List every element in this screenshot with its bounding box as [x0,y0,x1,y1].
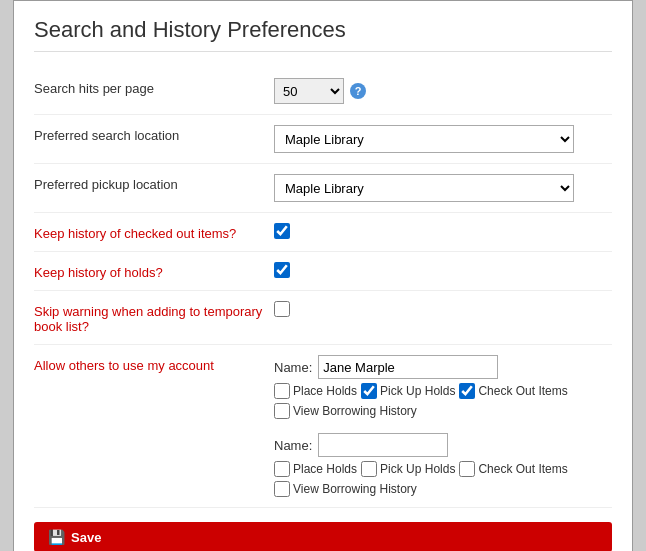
user2-name-input[interactable] [318,433,448,457]
skip-warning-label: Skip warning when adding to temporary bo… [34,301,274,334]
user2-name-row: Name: [274,433,612,457]
keep-history-checkout-row: Keep history of checked out items? [34,213,612,252]
allow-others-section: Name: Place Holds Pick Up Holds Check Ou… [274,355,612,497]
hits-per-page-select[interactable]: 10 20 50 100 [274,78,344,104]
user2-place-holds-checkbox[interactable] [274,461,290,477]
save-icon: 💾 [48,529,65,545]
user1-view-borrowing-checkbox[interactable] [274,403,290,419]
user2-name-label: Name: [274,438,312,453]
keep-history-holds-row: Keep history of holds? [34,252,612,291]
user1-place-holds-checkbox[interactable] [274,383,290,399]
search-location-select[interactable]: Maple Library All Libraries [274,125,574,153]
skip-warning-controls [274,301,612,317]
user1-name-row: Name: [274,355,612,379]
user2-check-out-items-checkbox[interactable] [459,461,475,477]
save-button[interactable]: 💾 Save [34,522,612,551]
allow-others-controls: Name: Place Holds Pick Up Holds Check Ou… [274,355,612,497]
pickup-location-label: Preferred pickup location [34,174,274,192]
keep-history-checkout-checkbox[interactable] [274,223,290,239]
user1-place-holds-label[interactable]: Place Holds [274,383,357,399]
pickup-location-select[interactable]: Maple Library All Libraries [274,174,574,202]
user2-view-borrowing-label[interactable]: View Borrowing History [274,481,417,497]
search-location-label: Preferred search location [34,125,274,143]
skip-warning-row: Skip warning when adding to temporary bo… [34,291,612,345]
user1-pick-up-holds-label[interactable]: Pick Up Holds [361,383,455,399]
user2-check-out-items-label[interactable]: Check Out Items [459,461,567,477]
user1-check-out-items-label[interactable]: Check Out Items [459,383,567,399]
keep-history-checkout-controls [274,223,612,239]
page-container: Search and History Preferences Search hi… [13,0,633,551]
skip-warning-checkbox[interactable] [274,301,290,317]
keep-history-holds-label: Keep history of holds? [34,262,274,280]
user2-pick-up-holds-label[interactable]: Pick Up Holds [361,461,455,477]
user2-place-holds-label[interactable]: Place Holds [274,461,357,477]
user1-check-out-items-checkbox[interactable] [459,383,475,399]
allow-others-row: Allow others to use my account Name: Pla… [34,345,612,508]
keep-history-holds-controls [274,262,612,278]
hits-per-page-label: Search hits per page [34,78,274,96]
search-location-row: Preferred search location Maple Library … [34,115,612,164]
help-icon[interactable]: ? [350,83,366,99]
hits-per-page-row: Search hits per page 10 20 50 100 ? [34,68,612,115]
search-location-controls: Maple Library All Libraries [274,125,612,153]
allow-others-label: Allow others to use my account [34,355,274,373]
user1-permissions: Place Holds Pick Up Holds Check Out Item… [274,383,612,399]
save-section: 💾 Save Ensure your account has a valid e… [34,522,612,551]
page-title: Search and History Preferences [34,17,612,52]
pickup-location-controls: Maple Library All Libraries [274,174,612,202]
user1-name-input[interactable] [318,355,498,379]
keep-history-holds-checkbox[interactable] [274,262,290,278]
user1-pick-up-holds-checkbox[interactable] [361,383,377,399]
pickup-location-row: Preferred pickup location Maple Library … [34,164,612,213]
user1-name-label: Name: [274,360,312,375]
save-button-label: Save [71,530,101,545]
hits-per-page-controls: 10 20 50 100 ? [274,78,612,104]
user2-view-borrowing-checkbox[interactable] [274,481,290,497]
user1-view-borrowing-label[interactable]: View Borrowing History [274,403,417,419]
user1-view-history: View Borrowing History [274,403,612,419]
user2-pick-up-holds-checkbox[interactable] [361,461,377,477]
keep-history-checkout-label: Keep history of checked out items? [34,223,274,241]
user2-permissions: Place Holds Pick Up Holds Check Out Item… [274,461,612,497]
